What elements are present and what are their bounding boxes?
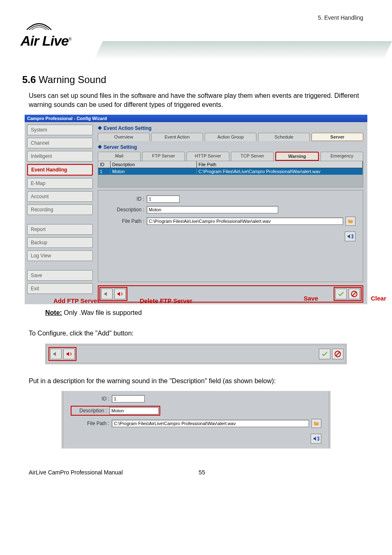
annot-delete: Delete FTP Server [140,297,192,304]
save-clear-group [334,287,362,301]
play-sound-button[interactable] [345,231,355,241]
configure-text: To Configure, click the "Add" button: [29,329,363,338]
sidebar-item-save[interactable]: Save [27,270,93,281]
sidebar-item-account[interactable]: Account [27,191,93,202]
tab-server[interactable]: Server [311,133,363,141]
description-input[interactable] [147,206,278,213]
add-delete-group [99,287,127,301]
cell-path: C:\Program Files\AirLive\Campro Professi… [197,168,363,175]
warning-sounds-table: ID Description File Path 1 Moton C:\Prog… [98,161,363,187]
df-id-label: ID : [71,396,112,402]
speaker-add-icon [104,291,110,297]
window-titlebar: Campro Professional - Config Wizard [25,115,367,122]
delete-server-button[interactable] [114,289,126,299]
description-label: Description : [106,207,147,213]
id-input[interactable] [147,195,180,203]
delete-button-crop[interactable] [63,349,75,359]
add-buttons-highlight [48,347,76,361]
config-wizard-window: Campro Professional - Config Wizard Syst… [25,115,367,304]
tab-schedule[interactable]: Schedule [258,133,310,141]
tab-action-group[interactable]: Action Group [205,133,256,141]
section-title-text: Warning Sound [39,74,106,85]
sidebar-item-emap[interactable]: E-Map [27,178,93,189]
sidebar-item-event-handling[interactable]: Event Handling [27,164,93,176]
airlive-logo: Air Live® [21,21,71,49]
save-button[interactable] [335,289,347,299]
tab-overview[interactable]: Overview [98,133,150,141]
speaker-on-icon [66,351,72,357]
sidebar-item-intelligent[interactable]: Intelligent [27,151,93,162]
add-toolbar-crop [45,344,347,364]
id-label: ID : [106,196,147,202]
logo-text: Air Live [21,33,69,49]
browse-button[interactable] [346,217,355,226]
header-gradient [95,41,392,58]
df-desc-label: Description : [72,408,109,414]
sidebar-item-exit[interactable]: Exit [27,283,93,294]
sidebar-item-channel[interactable]: Channel [27,138,93,148]
section-heading: 5.6 Warning Sound [21,74,371,86]
filepath-label: File Path : [106,218,147,224]
sub-tab-row: Mail FTP Server HTTP Server TCP Server W… [96,152,365,161]
df-desc-input[interactable] [109,407,159,414]
subtab-http[interactable]: HTTP Server [187,152,229,161]
subtab-warning[interactable]: Warning [275,152,319,161]
sidebar-item-report[interactable]: Report [27,224,93,235]
speaker-icon [347,233,353,240]
check-icon [321,350,328,358]
bottom-toolbar [98,285,363,303]
clear-button-crop[interactable] [332,349,344,359]
note-text: Note: Only .Wav file is supported [45,309,371,317]
col-id: ID [98,161,111,168]
tab-event-action[interactable]: Event Action [151,133,203,141]
cell-id: 1 [98,168,111,175]
df-path-input[interactable] [112,420,309,427]
page-footer: AirLive CamPro Professional Manual 55 [21,461,371,476]
df-id-input[interactable] [112,395,145,402]
subtab-mail[interactable]: Mail [98,152,141,161]
df-play-button[interactable] [311,434,321,444]
clear-button[interactable] [348,289,360,299]
table-header: ID Description File Path [98,161,363,168]
df-path-label: File Path : [71,421,112,426]
speaker-delete-icon [117,291,123,297]
add-button-crop[interactable] [50,349,62,359]
footer-page-number: 55 [123,469,281,476]
filepath-input[interactable] [147,217,343,225]
sidebar-item-recording[interactable]: Recording [27,204,93,215]
note-body: Only .Wav file is supported [64,309,142,316]
chapter-reference: 5. Event Handling [318,14,363,21]
footer-manual-name: AirLive CamPro Professional Manual [29,469,123,476]
folder-open-icon [313,420,320,427]
add-server-button[interactable] [101,289,113,299]
sidebar-item-system[interactable]: System [27,125,93,135]
event-action-setting-title: Event Action Setting [96,125,365,133]
df-browse-button[interactable] [311,419,321,428]
subtab-emergency[interactable]: Emergency [321,152,363,161]
config-sidebar: System Channel Intelligent Event Handlin… [27,125,93,303]
section-number: 5.6 [22,74,36,85]
subtab-tcp[interactable]: TCP Server [231,152,274,161]
description-field-text: Put in a description for the warning sou… [29,377,363,386]
sidebar-item-backup[interactable]: Backup [27,237,93,248]
note-label: Note: [45,309,62,316]
content-pane: Event Action Setting Overview Event Acti… [96,125,365,303]
speaker-muted-icon [53,351,59,357]
col-filepath: File Path [197,161,363,168]
cancel-icon [350,290,358,298]
description-form-crop: ID : Description : File Path : [62,391,330,449]
section-intro: Users can set up sound files in the soft… [29,91,363,109]
annot-add: Add FTP Server [53,297,99,304]
folder-open-icon [347,218,354,224]
logo-registered: ® [69,37,71,42]
sidebar-item-logview[interactable]: Log View [27,250,93,261]
cell-desc: Moton [111,168,197,175]
table-row[interactable]: 1 Moton C:\Program Files\AirLive\Campro … [98,168,363,175]
warning-form: ID : Description : File Path : [98,190,363,282]
save-button-crop[interactable] [319,349,330,359]
svg-line-1 [353,292,356,296]
svg-line-3 [336,352,340,356]
server-setting-title: Server Setting [96,143,365,152]
col-description: Description [111,161,197,168]
subtab-ftp[interactable]: FTP Server [142,152,185,161]
